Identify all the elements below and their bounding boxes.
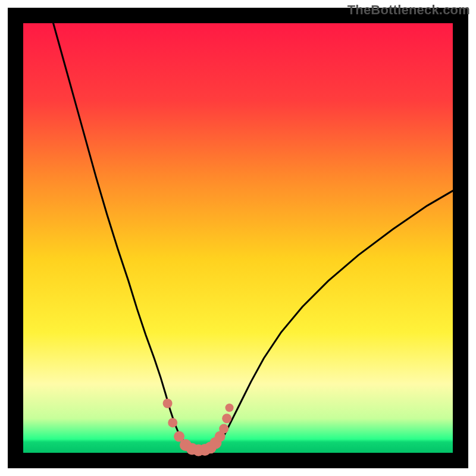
watermark-text: TheBottleneck.com — [347, 2, 470, 18]
highlight-marker — [163, 399, 173, 408]
chart-stage: TheBottleneck.com — [0, 0, 476, 476]
highlight-marker — [219, 424, 228, 434]
highlight-marker — [222, 414, 231, 423]
highlight-marker — [226, 403, 234, 412]
chart-background — [23, 23, 453, 453]
highlight-marker — [168, 418, 177, 427]
bottleneck-chart — [0, 0, 476, 476]
